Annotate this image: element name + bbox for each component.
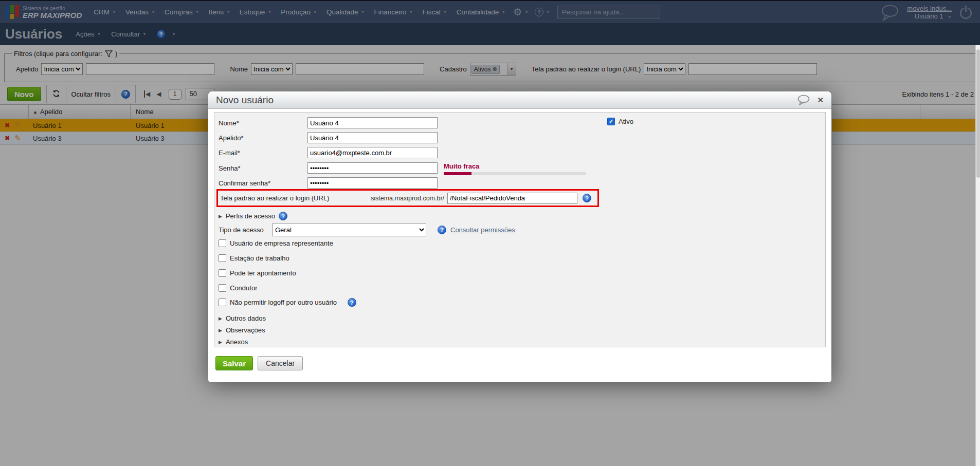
email-field[interactable] [307, 147, 438, 158]
section-outros-dados[interactable]: ▶Outros dados [219, 314, 266, 322]
pode-ter-apontamento-checkbox[interactable] [219, 269, 226, 277]
tipo-acesso-label: Tipo de acesso [219, 226, 273, 234]
dialog-title-bar: Novo usuário ✕ [208, 91, 831, 109]
close-icon[interactable]: ✕ [817, 96, 824, 105]
chevron-right-icon: ▶ [219, 328, 222, 333]
section-observacoes[interactable]: ▶Observações [219, 326, 265, 334]
tipo-acesso-select[interactable]: Geral [273, 223, 426, 236]
nao-permitir-logoff-checkbox[interactable] [219, 299, 226, 306]
ativo-label: Ativo [619, 118, 633, 125]
help-icon[interactable]: ? [279, 212, 287, 220]
section-perfis-de-acesso[interactable]: ▶ Perfis de acesso ? [219, 212, 287, 220]
app-root: Sistema de gestão ERP MAXIPROD CRM▼ Vend… [0, 0, 980, 466]
login-url-prefix: sistema.maxiprod.com.br/ [371, 195, 444, 202]
save-button[interactable]: Salvar [215, 356, 253, 370]
estacao-trabalho-checkbox[interactable] [219, 254, 226, 262]
email-label: E-mail* [219, 149, 307, 157]
nome-label: Nome* [219, 119, 307, 127]
new-user-dialog: Novo usuário ✕ Nome* ✓ Ativo A [208, 91, 831, 382]
login-url-field[interactable] [447, 193, 577, 204]
help-icon[interactable]: ? [348, 298, 356, 307]
dialog-form-panel: Nome* ✓ Ativo Apelido* E-mail* Senha* [214, 112, 826, 347]
consultar-permissoes-link[interactable]: Consultar permissões [450, 226, 515, 234]
password-strength-label: Muito fraca [444, 162, 479, 170]
password-strength-bar [444, 172, 586, 175]
cancel-button[interactable]: Cancelar [258, 356, 303, 370]
empresa-representante-checkbox[interactable] [219, 239, 226, 247]
apelido-label: Apelido* [219, 134, 307, 142]
apelido-field[interactable] [307, 132, 438, 143]
scrollbar-thumb[interactable] [976, 49, 980, 178]
chevron-right-icon: ▶ [219, 340, 222, 345]
confirmar-senha-field[interactable] [307, 177, 438, 189]
chevron-right-icon: ▶ [219, 316, 222, 321]
login-url-label: Tela padrão ao realizar o login (URL) [220, 194, 371, 202]
page-scrollbar[interactable] [975, 45, 980, 466]
chat-bubble-icon[interactable] [796, 95, 810, 105]
confirmar-senha-label: Confirmar senha* [219, 179, 307, 187]
help-icon[interactable]: ? [583, 194, 591, 202]
help-icon[interactable]: ? [438, 226, 446, 234]
section-anexos[interactable]: ▶Anexos [219, 338, 248, 346]
chevron-right-icon: ▶ [219, 214, 222, 219]
nome-field[interactable] [307, 117, 438, 128]
dialog-title: Novo usuário [216, 95, 274, 106]
senha-field[interactable] [307, 162, 438, 174]
login-url-highlight-box: Tela padrão ao realizar o login (URL) si… [216, 189, 599, 207]
ativo-checkbox[interactable]: ✓ [607, 118, 615, 125]
condutor-checkbox[interactable] [219, 284, 226, 292]
senha-label: Senha* [219, 164, 307, 172]
